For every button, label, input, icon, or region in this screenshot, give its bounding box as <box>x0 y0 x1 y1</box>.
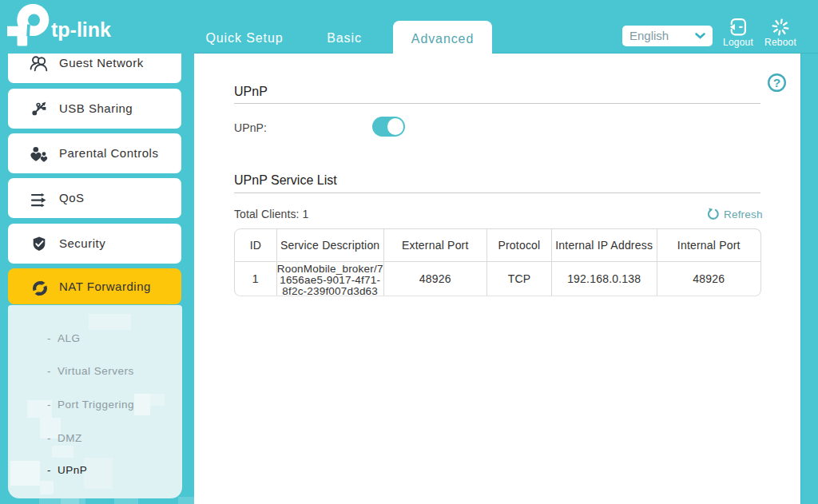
svg-text:?: ? <box>773 76 780 89</box>
